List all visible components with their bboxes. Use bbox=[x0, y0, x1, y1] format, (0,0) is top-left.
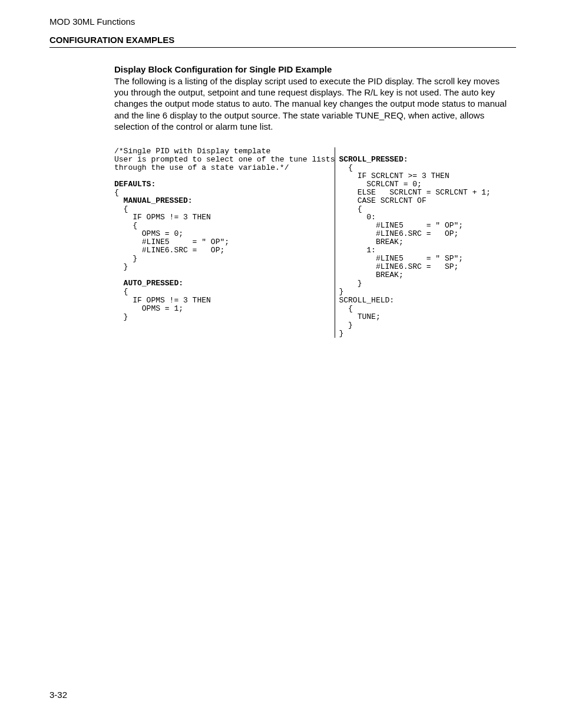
code-line: through the use of a state variable.*/ bbox=[114, 163, 289, 172]
code-line: } bbox=[339, 321, 352, 330]
code-line-bold: AUTO_PRESSED: bbox=[114, 279, 183, 288]
code-line: #LINE5 = " OP"; bbox=[114, 238, 229, 246]
code-line-bold: SCROLL_PRESSED: bbox=[339, 155, 408, 164]
code-line: SCRLCNT = 0; bbox=[339, 180, 421, 189]
code-line: SCROLL_HELD: bbox=[339, 296, 394, 305]
code-line: /*Single PID with Display template bbox=[114, 147, 270, 156]
code-line: } bbox=[114, 312, 128, 321]
code-line: { bbox=[339, 163, 352, 172]
body-paragraph: The following is a listing of the displa… bbox=[114, 75, 510, 132]
code-line: IF SCRLCNT >= 3 THEN bbox=[339, 172, 449, 180]
code-column-left: /*Single PID with Display template User … bbox=[114, 147, 335, 338]
code-line: } bbox=[339, 279, 362, 288]
code-line: TUNE; bbox=[339, 312, 380, 321]
running-head: MOD 30ML Functions bbox=[49, 17, 516, 27]
code-line: { bbox=[114, 205, 128, 213]
code-line: { bbox=[114, 221, 137, 230]
code-line: CASE SCRLCNT OF bbox=[339, 196, 426, 205]
code-line: #LINE6.SRC = OP; bbox=[339, 229, 458, 238]
horizontal-rule bbox=[49, 47, 516, 48]
subsection-title: Display Block Configuration for Single P… bbox=[114, 64, 510, 74]
code-line: IF OPMS != 3 THEN bbox=[114, 213, 211, 222]
code-line: { bbox=[114, 287, 128, 296]
code-line: #LINE5 = " SP"; bbox=[339, 254, 463, 263]
code-line: } bbox=[339, 329, 343, 338]
code-line: #LINE5 = " OP"; bbox=[339, 221, 463, 230]
code-line: User is prompted to select one of the tu… bbox=[114, 155, 335, 164]
code-line: { bbox=[339, 304, 352, 313]
code-line: OPMS = 1; bbox=[114, 304, 183, 313]
code-line: { bbox=[114, 188, 119, 197]
page-number: 3-32 bbox=[49, 690, 67, 700]
code-line: } bbox=[114, 254, 137, 263]
code-line: BREAK; bbox=[339, 271, 403, 279]
code-line: 0: bbox=[339, 213, 375, 222]
code-line: { bbox=[339, 205, 362, 213]
code-column-right: SCROLL_PRESSED: { IF SCRLCNT >= 3 THEN S… bbox=[335, 147, 490, 338]
code-line: BREAK; bbox=[339, 238, 403, 246]
code-line: } bbox=[339, 287, 343, 296]
code-line: 1: bbox=[339, 246, 375, 255]
code-line: ELSE SCRLCNT = SCRLCNT + 1; bbox=[339, 188, 490, 197]
code-line-bold: MANUAL_PRESSED: bbox=[114, 196, 193, 205]
code-line: #LINE6.SRC = OP; bbox=[114, 246, 224, 255]
code-line-bold: DEFAULTS: bbox=[114, 180, 156, 189]
section-title: CONFIGURATION EXAMPLES bbox=[49, 35, 516, 45]
code-line: } bbox=[114, 262, 128, 271]
code-listing: /*Single PID with Display template User … bbox=[114, 147, 510, 338]
code-line: #LINE6.SRC = SP; bbox=[339, 262, 458, 271]
code-line: IF OPMS != 3 THEN bbox=[114, 296, 211, 305]
code-line: OPMS = 0; bbox=[114, 229, 183, 238]
